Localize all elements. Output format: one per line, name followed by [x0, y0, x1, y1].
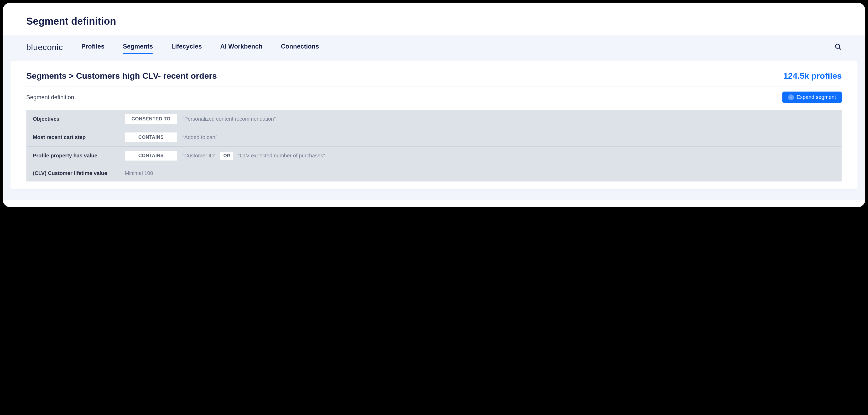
row-values: “Added to cart”	[183, 134, 217, 140]
svg-point-0	[835, 44, 840, 48]
definition-row: Profile property has value CONTAINS “Cus…	[27, 147, 841, 165]
content-card: Segments > Customers high CLV- recent or…	[10, 61, 858, 189]
breadcrumb-root[interactable]: Segments	[26, 71, 66, 80]
nav-ai-workbench[interactable]: AI Workbench	[220, 41, 262, 53]
breadcrumb: Segments > Customers high CLV- recent or…	[26, 71, 217, 81]
row-values: Minimal 100	[125, 170, 153, 176]
joiner-chip[interactable]: OR	[220, 151, 234, 160]
plus-icon: +	[788, 95, 794, 100]
profile-count: 124.5k profiles	[783, 71, 842, 81]
breadcrumb-separator: >	[69, 71, 74, 80]
operator-chip[interactable]: CONTAINS	[125, 151, 177, 161]
search-button[interactable]	[834, 43, 842, 51]
app-window: Segment definition blueconic Profiles Se…	[3, 3, 865, 207]
value-text: “Customer ID”	[183, 153, 216, 159]
search-icon	[834, 43, 842, 50]
section-label: Segment definition	[26, 94, 74, 101]
value-text: “Added to cart”	[183, 134, 217, 140]
breadcrumb-current: Customers high CLV- recent orders	[76, 71, 217, 80]
nav-lifecycles[interactable]: Lifecycles	[171, 41, 202, 53]
value-text: “CLV expected number of purchases”	[238, 153, 325, 159]
brand-logo: blueconic	[26, 42, 63, 52]
definition-table: Objectives CONSENTED TO “Personalized co…	[26, 110, 842, 181]
nav-connections[interactable]: Connections	[281, 41, 319, 53]
operator-chip[interactable]: CONSENTED TO	[125, 114, 177, 124]
row-label: Profile property has value	[33, 153, 120, 159]
row-values: “Personalized content recommendation”	[183, 116, 276, 122]
breadcrumb-row: Segments > Customers high CLV- recent or…	[26, 71, 842, 87]
row-label: (CLV) Customer lifetime value	[33, 170, 120, 176]
expand-segment-button[interactable]: + Expand segment	[782, 92, 842, 103]
nav-items: Profiles Segments Lifecycles AI Workbenc…	[82, 41, 816, 53]
value-text: Minimal 100	[125, 170, 153, 176]
svg-line-1	[839, 48, 841, 49]
definition-row: Objectives CONSENTED TO “Personalized co…	[27, 110, 841, 128]
nav-profiles[interactable]: Profiles	[82, 41, 104, 53]
operator-chip[interactable]: CONTAINS	[125, 133, 177, 142]
expand-segment-label: Expand segment	[797, 94, 836, 100]
row-label: Most recent cart step	[33, 134, 120, 140]
page-title: Segment definition	[3, 3, 865, 35]
definition-row: Most recent cart step CONTAINS “Added to…	[27, 128, 841, 147]
app-shell: blueconic Profiles Segments Lifecycles A…	[3, 35, 865, 200]
value-text: “Personalized content recommendation”	[183, 116, 276, 122]
row-values: “Customer ID” OR “CLV expected number of…	[183, 151, 325, 160]
nav-segments[interactable]: Segments	[123, 41, 153, 53]
top-nav: blueconic Profiles Segments Lifecycles A…	[3, 35, 865, 61]
row-label: Objectives	[33, 116, 120, 122]
definition-row: (CLV) Customer lifetime value Minimal 10…	[27, 165, 841, 181]
subheader-row: Segment definition + Expand segment	[26, 92, 842, 103]
